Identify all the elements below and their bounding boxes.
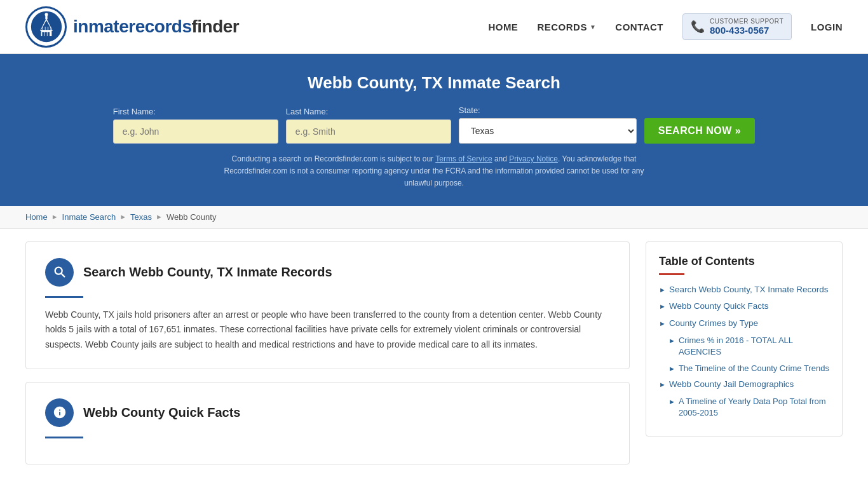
toc-item-1: ► Webb County Quick Facts: [659, 301, 829, 313]
section-quick-facts: Webb County Quick Facts: [25, 382, 630, 464]
svg-rect-11: [47, 27, 48, 31]
chevron-down-icon: ▼: [590, 24, 596, 30]
section1-title: Search Webb County, TX Inmate Records: [83, 265, 332, 280]
main-content: Search Webb County, TX Inmate Records We…: [0, 229, 868, 488]
toc-sub-link-4[interactable]: ► The Timeline of the County Crime Trend…: [668, 363, 829, 374]
breadcrumb: Home ► Inmate Search ► Texas ► Webb Coun…: [0, 206, 868, 229]
search-form: First Name: Last Name: State: Texas SEAR…: [25, 105, 843, 144]
svg-point-8: [44, 13, 48, 16]
nav-contact[interactable]: CONTACT: [615, 22, 663, 32]
logo-text: inmaterecordsfinder: [73, 17, 239, 37]
toc-card: Table of Contents ► Search Webb County, …: [646, 241, 843, 437]
info-icon: [53, 405, 67, 419]
login-button[interactable]: LOGIN: [811, 22, 843, 32]
state-group: State: Texas: [459, 105, 637, 144]
nav-home[interactable]: HOME: [488, 22, 518, 32]
toc-arrow-2: ►: [659, 319, 666, 329]
toc-link-5[interactable]: ► Webb County Jail Demographics: [659, 379, 829, 391]
first-name-group: First Name:: [113, 107, 278, 144]
breadcrumb-sep-1: ►: [51, 213, 58, 220]
toc-item-5: ► Webb County Jail Demographics: [659, 379, 829, 391]
last-name-label: Last Name:: [286, 107, 328, 116]
logo-area: inmaterecordsfinder: [25, 6, 239, 48]
toc-sub-item-6: ► A Timeline of Yearly Data Pop Total fr…: [668, 396, 829, 419]
toc-link-1[interactable]: ► Webb County Quick Facts: [659, 301, 829, 313]
support-number: 800-433-0567: [710, 25, 783, 36]
toc-sub-item-4: ► The Timeline of the County Crime Trend…: [668, 363, 829, 374]
breadcrumb-home[interactable]: Home: [25, 212, 48, 222]
breadcrumb-texas[interactable]: Texas: [130, 212, 152, 222]
svg-rect-9: [42, 27, 43, 31]
svg-rect-2: [42, 32, 44, 36]
breadcrumb-inmate-search[interactable]: Inmate Search: [62, 212, 116, 222]
svg-rect-4: [47, 32, 49, 36]
search-icon: [53, 265, 67, 279]
first-name-input[interactable]: [113, 119, 278, 144]
svg-rect-12: [50, 27, 51, 31]
headset-icon: 📞: [691, 20, 705, 34]
toc-arrow-4: ►: [668, 364, 675, 374]
toc-title: Table of Contents: [659, 255, 829, 268]
search-icon-circle: [45, 258, 74, 287]
support-label: CUSTOMER SUPPORT: [710, 18, 783, 25]
first-name-label: First Name:: [113, 107, 156, 116]
toc-sub-link-3[interactable]: ► Crimes % in 2016 - TOTAL ALL AGENCIES: [668, 335, 829, 358]
toc-arrow-0: ►: [659, 285, 666, 295]
main-nav: HOME RECORDS ▼ CONTACT 📞 CUSTOMER SUPPOR…: [488, 13, 843, 40]
last-name-group: Last Name:: [286, 107, 451, 144]
toc-arrow-3: ►: [668, 336, 675, 346]
state-select[interactable]: Texas: [459, 118, 637, 144]
toc-sub-link-6[interactable]: ► A Timeline of Yearly Data Pop Total fr…: [668, 396, 829, 419]
toc-link-0[interactable]: ► Search Webb County, TX Inmate Records: [659, 284, 829, 296]
section2-header: Webb County Quick Facts: [45, 398, 610, 427]
breadcrumb-sep-3: ►: [156, 213, 163, 220]
toc-item-0: ► Search Webb County, TX Inmate Records: [659, 284, 829, 296]
toc-arrow-5: ►: [659, 380, 666, 390]
toc-sub-item-3: ► Crimes % in 2016 - TOTAL ALL AGENCIES: [668, 335, 829, 358]
privacy-link[interactable]: Privacy Notice: [509, 154, 558, 163]
section2-divider: [45, 437, 83, 438]
state-label: State:: [459, 105, 480, 115]
hero-section: Webb County, TX Inmate Search First Name…: [0, 54, 868, 206]
toc-arrow-6: ►: [668, 397, 675, 407]
search-button[interactable]: SEARCH NOW »: [644, 118, 755, 144]
section1-body: Webb County, TX jails hold prisoners aft…: [45, 308, 610, 353]
section1-divider: [45, 296, 83, 298]
hero-title: Webb County, TX Inmate Search: [25, 73, 843, 93]
toc-divider: [659, 273, 684, 275]
nav-records[interactable]: RECORDS ▼: [537, 22, 596, 32]
last-name-input[interactable]: [286, 119, 451, 144]
customer-support[interactable]: 📞 CUSTOMER SUPPORT 800-433-0567: [682, 13, 792, 40]
terms-link[interactable]: Terms of Service: [435, 154, 492, 163]
section-inmate-records: Search Webb County, TX Inmate Records We…: [25, 241, 630, 369]
svg-rect-10: [44, 27, 46, 31]
toc-arrow-1: ►: [659, 302, 666, 311]
section1-header: Search Webb County, TX Inmate Records: [45, 258, 610, 287]
logo-icon: [25, 6, 67, 48]
svg-rect-3: [44, 32, 46, 36]
header: inmaterecordsfinder HOME RECORDS ▼ CONTA…: [0, 0, 868, 54]
svg-line-14: [61, 273, 64, 276]
info-icon-circle: [45, 398, 74, 427]
disclaimer-text: Conducting a search on Recordsfinder.com…: [212, 153, 656, 190]
toc-item-2: ► County Crimes by Type: [659, 318, 829, 330]
toc-link-2[interactable]: ► County Crimes by Type: [659, 318, 829, 330]
section2-title: Webb County Quick Facts: [83, 405, 240, 420]
toc-list: ► Search Webb County, TX Inmate Records …: [659, 284, 829, 419]
breadcrumb-sep-2: ►: [119, 213, 126, 220]
content-area: Search Webb County, TX Inmate Records We…: [25, 241, 630, 477]
breadcrumb-current: Webb County: [166, 212, 217, 222]
sidebar: Table of Contents ► Search Webb County, …: [646, 241, 843, 477]
